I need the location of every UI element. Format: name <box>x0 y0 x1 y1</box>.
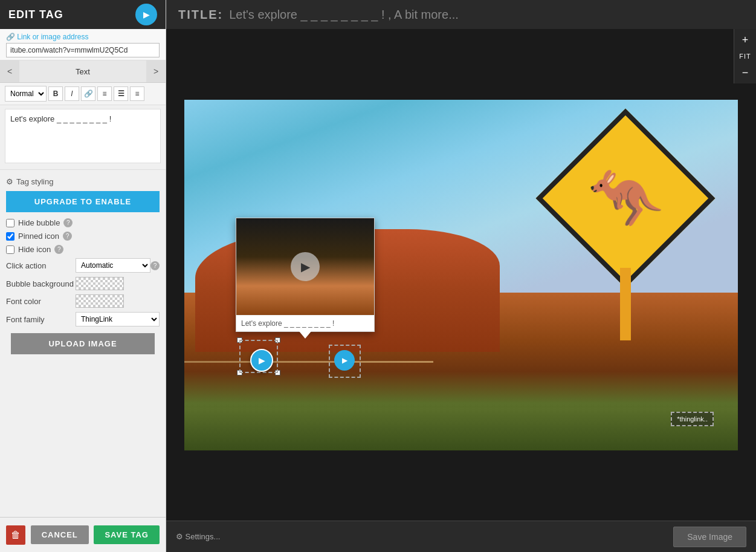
zoom-out-button[interactable]: − <box>734 62 756 83</box>
divider-1 <box>0 169 166 170</box>
hide-icon-label: Hide icon <box>18 245 51 254</box>
font-family-label: Font family <box>6 315 76 324</box>
font-color-swatch[interactable] <box>76 294 124 308</box>
link-row: 🔗 Link or image address <box>0 29 166 60</box>
click-action-select[interactable]: Automatic <box>76 258 150 273</box>
link-input[interactable] <box>6 43 160 57</box>
delete-button[interactable]: 🗑 <box>6 525 25 545</box>
left-panel: EDIT TAG ▶ 🔗 Link or image address < Tex… <box>0 0 166 552</box>
sign-board: 🦘 <box>536 108 716 288</box>
panel-title: EDIT TAG <box>8 8 63 21</box>
ordered-list-button[interactable]: ≡ <box>97 86 112 101</box>
font-family-row: Font family ThingLink <box>6 312 160 326</box>
road <box>184 361 433 363</box>
nav-row: < Text > <box>0 60 166 83</box>
main-area: TITLE: Let's explore _ _ _ _ _ _ _ _ ! ,… <box>166 0 756 552</box>
kangaroo-silhouette: 🦘 <box>588 168 664 229</box>
popup-caption: Let's explore _ _ _ _ _ _ _ _ ! <box>236 315 374 331</box>
upgrade-button[interactable]: UPGRADE TO ENABLE <box>6 191 160 212</box>
font-color-label: Font color <box>6 297 76 306</box>
link-label: 🔗 Link or image address <box>6 33 160 41</box>
save-tag-button[interactable]: SAVE TAG <box>94 525 160 544</box>
title-label: TITLE: <box>178 8 223 22</box>
text-editor[interactable]: Let's explore _ _ _ _ _ _ _ _ ! <box>5 109 161 163</box>
trash-icon: 🗑 <box>11 530 21 541</box>
hide-bubble-label: Hide bubble <box>18 218 60 227</box>
unordered-list-button[interactable]: ☰ <box>114 86 128 101</box>
pinned-icon-help-icon[interactable]: ? <box>63 232 72 241</box>
nav-prev-button[interactable]: < <box>0 60 19 82</box>
popup-play-icon[interactable]: ▶ <box>291 252 320 281</box>
fit-label[interactable]: FIT <box>734 51 756 62</box>
hide-icon-checkbox[interactable] <box>6 245 15 254</box>
click-action-label: Click action <box>6 261 76 270</box>
bold-button[interactable]: B <box>48 86 63 101</box>
bottom-bar: 🗑 CANCEL SAVE TAG <box>0 517 166 552</box>
font-family-select[interactable]: ThingLink <box>76 312 160 326</box>
pinned-icon-label: Pinned icon <box>18 232 59 241</box>
click-action-help-icon[interactable]: ? <box>150 261 160 270</box>
align-button[interactable]: ≡ <box>130 86 144 101</box>
zoom-in-button[interactable]: + <box>734 29 756 51</box>
style-select[interactable]: Normal <box>5 86 47 102</box>
tag-dot-2[interactable]: ▶ <box>334 350 355 371</box>
play-icon: ▶ <box>143 10 150 19</box>
tag-styling-label: Tag styling <box>16 177 53 186</box>
save-image-button[interactable]: Save Image <box>673 527 746 547</box>
popup-video-thumbnail: ▶ <box>236 218 374 315</box>
tag-dot-selected[interactable]: ▶ <box>250 349 273 372</box>
bubble-background-row: Bubble background <box>6 277 160 290</box>
sign-pole <box>620 268 631 340</box>
link-button[interactable]: 🔗 <box>81 86 95 101</box>
popup-arrow <box>299 331 311 339</box>
settings-link[interactable]: ⚙ Settings... <box>176 532 220 541</box>
zoom-controls: + FIT − <box>734 29 756 83</box>
hide-icon-row: Hide icon ? <box>6 245 160 254</box>
panel-header: EDIT TAG ▶ <box>0 0 166 29</box>
tag-styling-section: ⚙ Tag styling UPGRADE TO ENABLE Hide bub… <box>0 172 166 517</box>
pinned-icon-row: Pinned icon ? <box>6 232 160 241</box>
kangaroo-sign: 🦘 <box>541 135 710 340</box>
canvas-area[interactable]: 🦘 ▶ Let's explore _ _ _ _ _ _ _ _ ! ▶ <box>166 29 756 521</box>
upload-image-button[interactable]: UPLOAD IMAGE <box>11 333 155 354</box>
tab-text: Text <box>19 62 146 81</box>
main-bottom-bar: ⚙ Settings... Save Image <box>166 521 756 552</box>
nav-next-button[interactable]: > <box>146 60 166 82</box>
cancel-button[interactable]: CANCEL <box>31 525 89 544</box>
pinned-icon-checkbox[interactable] <box>6 232 15 241</box>
popup-preview: ▶ Let's explore _ _ _ _ _ _ _ _ ! <box>236 218 375 332</box>
bubble-background-label: Bubble background <box>6 279 76 288</box>
grass-layer <box>184 408 738 450</box>
hide-bubble-row: Hide bubble ? <box>6 218 160 227</box>
hide-bubble-checkbox[interactable] <box>6 219 15 227</box>
title-bar: TITLE: Let's explore _ _ _ _ _ _ _ _ ! ,… <box>166 0 756 29</box>
thinglink-badge: *thinglink.. <box>671 412 714 426</box>
hide-icon-help-icon[interactable]: ? <box>54 245 63 254</box>
font-color-row: Font color <box>6 294 160 308</box>
preview-play-button[interactable]: ▶ <box>135 4 157 25</box>
click-action-row: Click action Automatic ? <box>6 258 160 273</box>
gear-icon: ⚙ <box>6 177 13 186</box>
italic-button[interactable]: I <box>65 86 79 101</box>
bubble-background-swatch[interactable] <box>76 277 124 290</box>
background-image: 🦘 ▶ Let's explore _ _ _ _ _ _ _ _ ! ▶ <box>184 100 738 450</box>
tag-styling-header: ⚙ Tag styling <box>6 177 160 186</box>
hide-bubble-help-icon[interactable]: ? <box>63 218 73 227</box>
title-value: Let's explore _ _ _ _ _ _ _ _ ! , A bit … <box>229 8 459 22</box>
text-toolbar: Normal B I 🔗 ≡ ☰ ≡ <box>0 83 166 105</box>
